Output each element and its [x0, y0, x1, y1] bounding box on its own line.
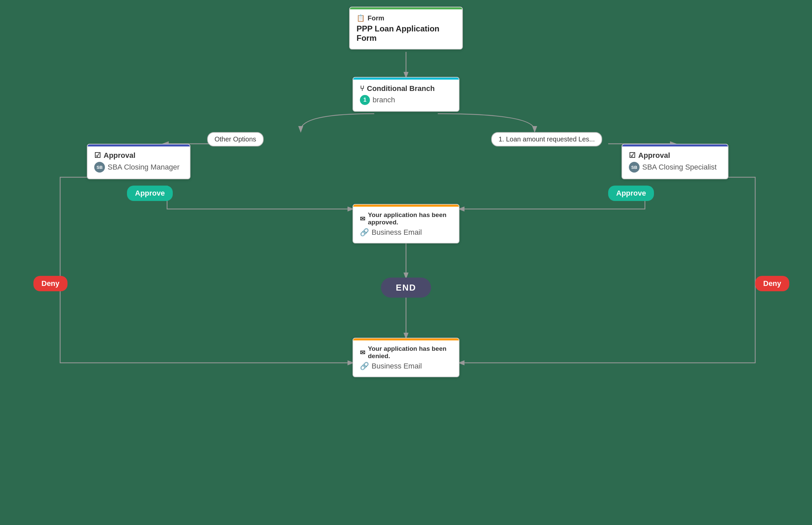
branch-node-sub: 1 branch: [360, 95, 452, 105]
email-approved-icon: ✉: [360, 215, 365, 223]
other-options-pill[interactable]: Other Options: [207, 132, 264, 147]
approval-left-icon: ☑: [94, 151, 101, 160]
approval-left-avatar: SB: [94, 162, 105, 172]
email-denied-node[interactable]: ✉ Your application has been denied. 🔗 Bu…: [353, 338, 459, 377]
link-icon: 🔗: [360, 228, 369, 237]
approval-right-avatar: SB: [629, 162, 640, 172]
branch-node-type: ⑂ Conditional Branch: [360, 84, 452, 93]
branch-icon: ⑂: [360, 84, 364, 93]
approval-right-icon: ☑: [629, 151, 636, 160]
form-node[interactable]: 📋 Form PPP Loan Application Form: [349, 7, 463, 49]
branch-node[interactable]: ⑂ Conditional Branch 1 branch: [353, 77, 459, 112]
form-node-type: 📋 Form: [357, 14, 455, 22]
approval-right-type: ☑ Approval: [629, 151, 721, 160]
email-denied-sub: 🔗 Business Email: [360, 362, 452, 371]
approval-left-sub: SB SBA Closing Manager: [94, 162, 183, 172]
loan-amount-pill[interactable]: 1. Loan amount requested Les...: [491, 132, 602, 147]
end-node: END: [381, 278, 431, 298]
branch-badge: 1: [360, 95, 370, 105]
approval-right-node[interactable]: ☑ Approval SB SBA Closing Specialist: [622, 144, 729, 179]
email-denied-title: ✉ Your application has been denied.: [360, 345, 452, 360]
deny-right-pill[interactable]: Deny: [755, 276, 789, 291]
email-denied-icon: ✉: [360, 349, 365, 357]
approval-left-node[interactable]: ☑ Approval SB SBA Closing Manager: [87, 144, 190, 179]
approve-left-pill[interactable]: Approve: [127, 185, 173, 201]
approval-right-sub: SB SBA Closing Specialist: [629, 162, 721, 172]
form-node-title: PPP Loan Application Form: [357, 24, 455, 43]
link-icon-denied: 🔗: [360, 362, 369, 371]
form-icon: 📋: [357, 14, 365, 22]
email-approved-title: ✉ Your application has been approved.: [360, 211, 452, 226]
approve-right-pill[interactable]: Approve: [608, 185, 654, 201]
approval-left-type: ☑ Approval: [94, 151, 183, 160]
email-approved-sub: 🔗 Business Email: [360, 228, 452, 237]
email-approved-node[interactable]: ✉ Your application has been approved. 🔗 …: [353, 204, 459, 243]
deny-left-pill[interactable]: Deny: [33, 276, 67, 291]
